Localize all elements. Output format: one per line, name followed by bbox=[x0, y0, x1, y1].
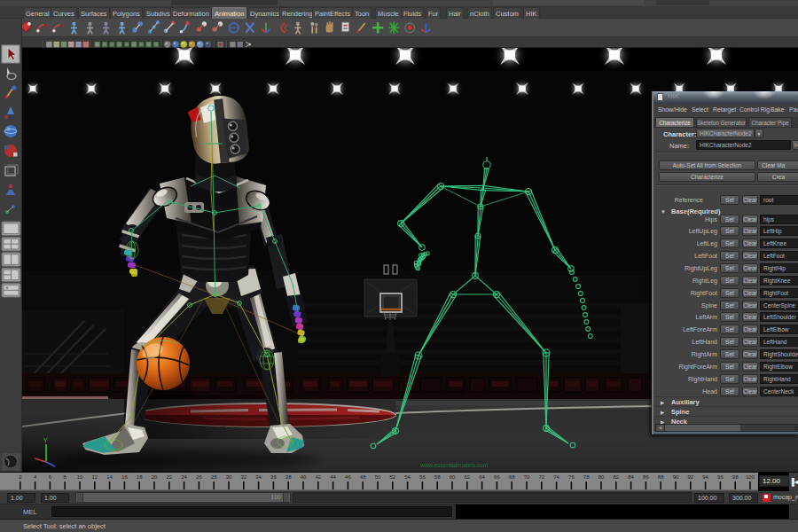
svg-text:94: 94 bbox=[702, 474, 708, 480]
svg-text:28: 28 bbox=[211, 474, 217, 480]
svg-text:Y: Y bbox=[43, 437, 48, 443]
svg-text:78: 78 bbox=[583, 474, 590, 480]
svg-text:12: 12 bbox=[91, 474, 98, 480]
svg-text:48: 48 bbox=[360, 474, 366, 480]
svg-text:58: 58 bbox=[434, 474, 441, 480]
svg-text:90: 90 bbox=[673, 474, 679, 480]
svg-text:76: 76 bbox=[568, 474, 575, 480]
svg-text:74: 74 bbox=[553, 474, 559, 480]
svg-text:96: 96 bbox=[717, 474, 724, 480]
svg-text:84: 84 bbox=[628, 474, 634, 480]
svg-text:68: 68 bbox=[509, 474, 515, 480]
svg-text:46: 46 bbox=[345, 474, 351, 480]
svg-text:34: 34 bbox=[255, 474, 262, 480]
svg-text:92: 92 bbox=[687, 474, 693, 480]
svg-text:70: 70 bbox=[524, 474, 530, 480]
svg-text:42: 42 bbox=[315, 474, 321, 480]
svg-text:66: 66 bbox=[494, 474, 500, 480]
svg-text:30: 30 bbox=[226, 474, 232, 480]
svg-text:82: 82 bbox=[613, 474, 619, 480]
svg-text:22: 22 bbox=[166, 474, 172, 480]
svg-text:62: 62 bbox=[464, 474, 470, 480]
svg-text:98: 98 bbox=[732, 474, 739, 480]
svg-text:72: 72 bbox=[538, 474, 544, 480]
svg-text:64: 64 bbox=[479, 474, 485, 480]
svg-text:14: 14 bbox=[106, 474, 113, 480]
svg-text:24: 24 bbox=[181, 474, 187, 480]
svg-text:44: 44 bbox=[330, 474, 336, 480]
svg-text:36: 36 bbox=[270, 474, 277, 480]
svg-text:80: 80 bbox=[598, 474, 605, 480]
svg-text:54: 54 bbox=[404, 474, 411, 480]
svg-text:18: 18 bbox=[137, 474, 143, 480]
svg-text:26: 26 bbox=[196, 474, 202, 480]
svg-text:60: 60 bbox=[450, 474, 456, 480]
svg-text:20: 20 bbox=[152, 474, 158, 480]
svg-text:86: 86 bbox=[643, 474, 649, 480]
svg-text:32: 32 bbox=[240, 474, 246, 480]
svg-text:www.essentialmodels.com: www.essentialmodels.com bbox=[419, 462, 488, 468]
svg-text:16: 16 bbox=[121, 474, 128, 480]
svg-text:56: 56 bbox=[419, 474, 426, 480]
svg-text:40: 40 bbox=[301, 474, 307, 480]
svg-text:50: 50 bbox=[375, 474, 381, 480]
svg-text:52: 52 bbox=[389, 474, 395, 480]
svg-text:10: 10 bbox=[77, 474, 83, 480]
svg-text:100: 100 bbox=[746, 474, 755, 480]
svg-text:38: 38 bbox=[286, 474, 292, 480]
svg-text:88: 88 bbox=[658, 474, 664, 480]
